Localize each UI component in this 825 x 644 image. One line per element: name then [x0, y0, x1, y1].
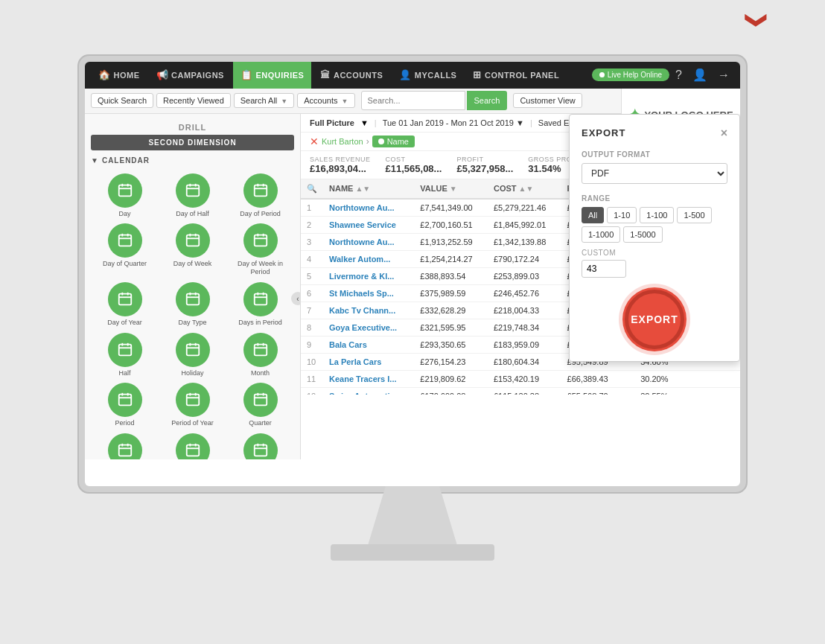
row-avg [681, 387, 741, 395]
recently-viewed-button[interactable]: Recently Viewed [156, 93, 231, 108]
row-name[interactable]: Kabc Tv Chann... [323, 302, 414, 319]
header-separator: | [375, 118, 377, 127]
sidebar-item-day-of-week-in-period[interactable]: Day of Week in Period [229, 223, 291, 276]
arrow-icon[interactable]: → [713, 68, 734, 82]
svg-rect-48 [118, 395, 131, 406]
row-name[interactable]: Livermore & Kl... [323, 267, 414, 284]
sidebar-item-day-of-period[interactable]: Day of Period [229, 173, 291, 218]
breadcrumb-name-label: Name [387, 137, 409, 146]
sidebar-item-week-of-period[interactable]: Week of Period [229, 433, 291, 459]
custom-range-input[interactable] [582, 260, 626, 278]
search-all-dropdown-arrow: ▼ [281, 98, 287, 105]
export-close-button[interactable]: × [721, 127, 727, 140]
sidebar-item-week-of-half[interactable]: Week of Half [162, 433, 223, 459]
sidebar-item-day-of-quarter[interactable]: Day of Quarter [94, 223, 156, 276]
col-name[interactable]: NAME ▲▼ [323, 179, 414, 199]
col-cost[interactable]: COST ▲▼ [488, 179, 561, 199]
sidebar-item-day-type[interactable]: Day Type [162, 282, 223, 327]
row-name[interactable]: Northtowne Au... [323, 233, 414, 250]
row-number: 9 [301, 336, 323, 353]
svg-rect-52 [186, 395, 199, 406]
period-label: Period [115, 419, 134, 427]
sidebar-item-day-of-half[interactable]: Day of Half [162, 173, 223, 218]
row-name[interactable]: Walker Autom... [323, 250, 414, 267]
col-search[interactable]: 🔍 [301, 179, 323, 199]
svg-rect-36 [118, 344, 131, 355]
sidebar-item-week[interactable]: Week [94, 433, 156, 459]
export-panel-header: EXPORT × [582, 127, 727, 140]
export-button[interactable]: Export [625, 290, 684, 349]
date-range-arrow: ▼ [516, 118, 524, 127]
breadcrumb-user[interactable]: Kurt Barton [322, 137, 363, 146]
customer-view-button[interactable]: Customer View [513, 93, 582, 108]
sidebar-item-quarter[interactable]: Quarter [229, 383, 291, 427]
sidebar-item-half[interactable]: Half [94, 333, 156, 377]
sidebar-item-period[interactable]: Period [94, 383, 156, 427]
row-value: £219,809.62 [414, 370, 488, 387]
row-name[interactable]: Northtowne Au... [323, 199, 414, 217]
nav-accounts[interactable]: 🏛 ACCOUNTS [313, 62, 390, 89]
range-1-500-button[interactable]: 1-500 [677, 207, 711, 223]
monitor-screen: 🏠 HOME 📢 CAMPaIGNs 📋 ENQUIRIES 🏛 ACCOUNT… [85, 62, 740, 486]
row-cost: £246,452.76 [488, 284, 561, 302]
breadcrumb-close-icon[interactable]: ✕ [310, 136, 319, 147]
sidebar-item-day-of-year[interactable]: Day of Year [94, 282, 156, 327]
output-format-select[interactable]: PDF [582, 163, 727, 184]
date-range-button[interactable]: Tue 01 Jan 2019 - Mon 21 Oct 2019 ▼ [383, 118, 524, 127]
row-name[interactable]: Bala Cars [323, 336, 414, 353]
live-help-button[interactable]: Live Help Online [592, 68, 669, 81]
row-number: 11 [301, 370, 323, 387]
row-name[interactable]: Goya Executive... [323, 319, 414, 336]
breadcrumb-arrow-icon: › [366, 136, 369, 147]
half-label: Half [118, 369, 130, 377]
nav-home[interactable]: 🏠 HOME [91, 62, 147, 89]
row-value: £7,541,349.00 [414, 199, 488, 217]
stat-cost-label: COST [386, 156, 442, 163]
row-name[interactable]: Swiss Automati... [323, 387, 414, 395]
sidebar-item-period-of-year[interactable]: Period of Year [162, 383, 223, 427]
stat-profit: PROFIT £5,327,958... [456, 156, 513, 174]
row-gp: 30.20% [634, 370, 681, 387]
range-1-10-button[interactable]: 1-10 [607, 207, 637, 223]
sidebar-item-month[interactable]: Month [229, 333, 291, 377]
nav-mycalls[interactable]: 👤 MYCALLS [392, 62, 464, 89]
sidebar-item-day[interactable]: Day [94, 173, 156, 218]
range-label: RANGE [582, 194, 727, 203]
sidebar-item-day-of-week[interactable]: Day of Week [162, 223, 223, 276]
row-avg [681, 370, 741, 387]
svg-rect-16 [186, 235, 199, 246]
days-in-period-icon [243, 282, 278, 316]
second-dimension-button[interactable]: SECOND DIMENSION [91, 135, 294, 150]
row-name[interactable]: La Perla Cars [323, 353, 414, 370]
sidebar-item-holiday[interactable]: Holiday [162, 333, 223, 377]
quick-search-button[interactable]: Quick Search [91, 93, 153, 108]
svg-rect-28 [186, 294, 199, 305]
nav-campaigns[interactable]: 📢 CAMPaIGNs [149, 62, 232, 89]
row-value: £1,913,252.59 [414, 233, 488, 250]
mycalls-icon: 👤 [399, 69, 412, 80]
row-name[interactable]: St Michaels Sp... [323, 284, 414, 302]
range-1-5000-button[interactable]: 1-5000 [623, 226, 662, 243]
help-icon[interactable]: ? [671, 68, 687, 82]
nav-enquiries[interactable]: 📋 ENQUIRIES [233, 62, 312, 89]
sidebar-collapse-arrow[interactable]: ‹ [291, 292, 301, 305]
range-1-100-button[interactable]: 1-100 [640, 207, 674, 223]
output-format-label: OUTPUT FORMAT [582, 150, 727, 159]
row-cost: £1,342,139.88 [488, 233, 561, 250]
range-1-1000-button[interactable]: 1-1000 [582, 226, 620, 243]
accounts-filter-button[interactable]: Accounts ▼ [297, 93, 354, 108]
row-name[interactable]: Keane Tracers I... [323, 370, 414, 387]
row-value: £276,154.23 [414, 353, 488, 370]
search-button[interactable]: Search [467, 91, 508, 110]
row-name[interactable]: Shawnee Service [323, 216, 414, 233]
row-number: 2 [301, 216, 323, 233]
sidebar-item-days-in-period[interactable]: Days in Period [229, 282, 291, 327]
breadcrumb-name[interactable]: Name [372, 136, 415, 147]
full-picture-button[interactable]: Full Picture [310, 118, 354, 127]
search-all-button[interactable]: Search All ▼ [234, 93, 295, 108]
col-value[interactable]: VALUE ▼ [414, 179, 488, 199]
nav-controlpanel[interactable]: ⊞ CONTROL PANEL [465, 62, 567, 89]
user-icon[interactable]: 👤 [688, 68, 712, 82]
search-input[interactable] [361, 91, 465, 110]
range-all-button[interactable]: All [582, 207, 604, 223]
